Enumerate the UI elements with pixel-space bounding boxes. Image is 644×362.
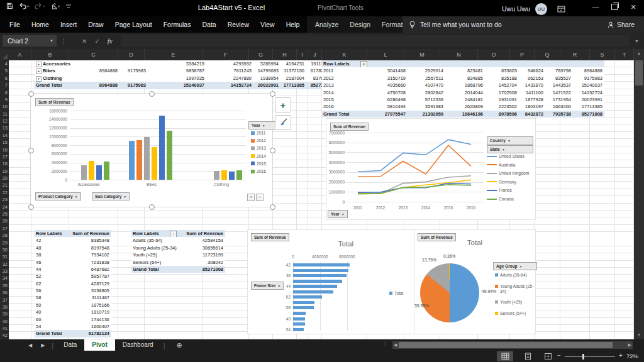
page-layout-view-icon[interactable]: [519, 351, 536, 361]
row-header-14[interactable]: 14: [0, 132, 8, 139]
row-label-cell[interactable]: Seniors (64+): [131, 259, 178, 266]
expand-field-icon[interactable]: +: [247, 194, 255, 201]
row-header-19[interactable]: 19: [0, 168, 8, 175]
legend-field-button-country[interactable]: Country▼: [487, 136, 533, 145]
value-cell[interactable]: [485, 60, 519, 67]
redo-dropdown-icon[interactable]: ▾: [43, 4, 45, 8]
row-header-9[interactable]: 9: [0, 96, 8, 103]
column-header-I[interactable]: I: [297, 49, 308, 60]
value-cell[interactable]: 2187004: [280, 75, 306, 82]
close-button[interactable]: ✕: [624, 0, 643, 14]
value-cell[interactable]: 308042: [178, 259, 225, 266]
value-cell[interactable]: 4293592: [206, 60, 253, 67]
value-cell[interactable]: 1744136: [70, 316, 111, 323]
value-cell[interactable]: 8978596: [485, 111, 519, 118]
value-cell[interactable]: 1431870: [519, 82, 545, 89]
legend-item[interactable]: 2016: [251, 169, 266, 173]
row-header-21[interactable]: 21: [0, 182, 8, 189]
value-cell[interactable]: 4935660: [369, 82, 408, 89]
share-button[interactable]: Share: [608, 16, 635, 33]
row-header-7[interactable]: 7: [0, 82, 8, 89]
row-header-20[interactable]: 20: [0, 175, 8, 182]
value-cell[interactable]: 1600407: [70, 323, 111, 330]
value-cell[interactable]: 835527: [545, 75, 573, 82]
value-cell[interactable]: 8432872: [519, 111, 545, 118]
dropdown-icon[interactable]: ▼: [508, 139, 511, 143]
sheet-tab-data[interactable]: Data: [56, 339, 84, 351]
legend-item[interactable]: 2012: [251, 138, 266, 143]
value-cell[interactable]: Sum of Revenue: [178, 230, 225, 237]
value-cell[interactable]: 5810494: [369, 103, 408, 110]
filter-dropdown-icon[interactable]: ▼: [360, 61, 367, 67]
row-label-cell[interactable]: Young Adults (25-34): [131, 244, 178, 251]
value-cell[interactable]: [573, 60, 604, 67]
value-cell[interactable]: 8964888: [573, 67, 604, 74]
revenue-by-year-country-line-chart[interactable]: Sum of Revenue01000000200000030000004000…: [326, 118, 536, 220]
value-cell[interactable]: 1443537: [545, 82, 573, 89]
minimize-button[interactable]: —: [586, 0, 605, 14]
value-cell[interactable]: 21302059: [408, 111, 445, 118]
row-header-10[interactable]: 10: [0, 103, 8, 110]
value-cell[interactable]: [70, 60, 119, 67]
column-headers[interactable]: ABCDEFGHIJKLMNOPQRST: [0, 49, 634, 61]
scroll-left-icon[interactable]: ◀: [394, 341, 397, 349]
value-cell[interactable]: 1663400: [545, 103, 573, 110]
value-cell[interactable]: 17713385: [573, 103, 604, 110]
legend-item[interactable]: United States: [487, 154, 525, 158]
avatar[interactable]: UU: [535, 3, 547, 15]
row-label-cell[interactable]: 58: [35, 294, 70, 301]
value-cell[interactable]: 789798: [545, 67, 573, 74]
zoom-slider[interactable]: [565, 356, 615, 357]
scroll-down-icon[interactable]: ▼: [634, 331, 644, 339]
row-header-15[interactable]: 15: [0, 139, 8, 146]
row-header-23[interactable]: 23: [0, 196, 8, 203]
column-header-M[interactable]: M: [404, 49, 440, 60]
selection-handle[interactable]: [149, 91, 155, 97]
customize-qat-icon[interactable]: [65, 3, 72, 9]
tab-scroll-divider[interactable]: ⋮: [382, 341, 388, 347]
tab-format[interactable]: Format: [376, 21, 408, 28]
enter-formula-icon[interactable]: ✓: [94, 38, 99, 45]
tab-draw[interactable]: Draw: [82, 21, 109, 28]
value-field-button[interactable]: Sum of Revenue: [251, 233, 289, 241]
value-cell[interactable]: 15240037: [148, 82, 206, 89]
collapse-field-icon[interactable]: −: [256, 194, 264, 201]
row-label-cell[interactable]: Grand Total: [35, 330, 70, 337]
value-cell[interactable]: 5712339: [408, 96, 445, 103]
dropdown-icon[interactable]: ▼: [519, 265, 523, 268]
row-header-41[interactable]: 41: [0, 325, 8, 332]
column-header-E[interactable]: E: [145, 49, 203, 60]
column-header-B[interactable]: B: [31, 49, 69, 60]
value-cell[interactable]: 9175983: [119, 67, 148, 74]
value-cell[interactable]: 61782134: [70, 330, 111, 337]
row-header-16[interactable]: 16: [0, 146, 8, 153]
value-cell[interactable]: 2223502: [485, 103, 519, 110]
value-cell[interactable]: 17713385: [280, 82, 306, 89]
row-header-17[interactable]: 17: [0, 153, 8, 160]
row-header-27[interactable]: 27: [0, 225, 8, 232]
column-header-F[interactable]: F: [203, 49, 249, 60]
row-header-36[interactable]: 36: [0, 289, 8, 296]
dropdown-icon[interactable]: ▼: [262, 124, 265, 128]
value-cell[interactable]: 4107470: [408, 82, 445, 89]
value-cell[interactable]: 1411100: [519, 89, 545, 96]
row-header-35[interactable]: 35: [0, 282, 8, 289]
selection-handle[interactable]: [28, 204, 34, 210]
insert-function-icon[interactable]: fx: [108, 37, 113, 45]
normal-view-icon[interactable]: [497, 351, 513, 361]
zoom-out-icon[interactable]: −: [557, 352, 561, 359]
row-label-cell[interactable]: 46: [35, 259, 70, 266]
value-cell[interactable]: 823481: [445, 67, 485, 74]
column-header-G[interactable]: G: [249, 49, 273, 60]
value-cell[interactable]: 833603: [485, 67, 519, 74]
value-cell[interactable]: [519, 60, 545, 67]
value-cell[interactable]: 9175983: [573, 75, 604, 82]
row-header-42[interactable]: 42: [0, 332, 8, 339]
axis-field-button-year[interactable]: Year▼: [328, 210, 348, 218]
value-field-button[interactable]: Sum of Revenue: [418, 233, 456, 241]
row-header-13[interactable]: 13: [0, 124, 8, 131]
value-cell[interactable]: 5957787: [70, 273, 111, 280]
row-label-cell[interactable]: Grand Total: [322, 111, 369, 118]
value-cell[interactable]: 85271008: [178, 266, 225, 273]
value-cell[interactable]: 834885: [445, 75, 485, 82]
